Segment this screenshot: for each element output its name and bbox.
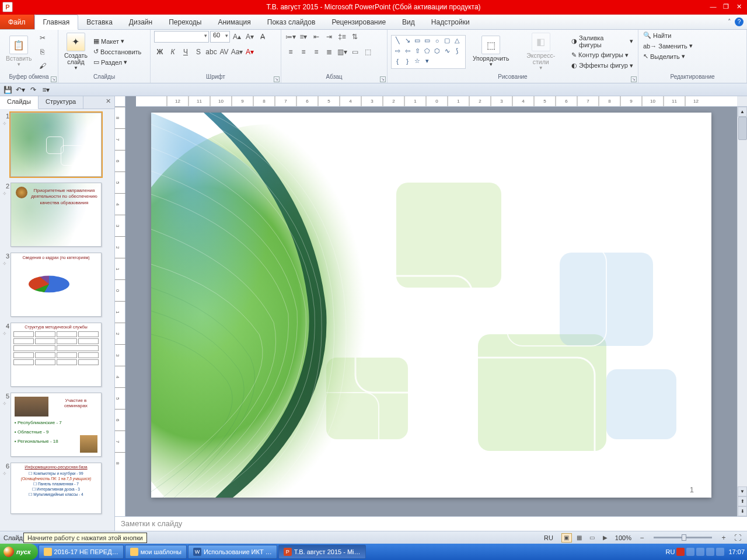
taskbar-item[interactable]: мои шаблоны	[125, 545, 187, 559]
thumbnail[interactable]: Информационно-ресурсная база ☐ Компьютер…	[11, 463, 102, 514]
outline-tab[interactable]: Структура	[39, 96, 83, 108]
font-size-combo[interactable]: 60	[210, 31, 230, 43]
section-button[interactable]: ▭ Раздел ▾	[92, 58, 142, 66]
select-button[interactable]: ↖ Выделить ▾	[642, 52, 686, 61]
close-button[interactable]: ✕	[734, 3, 743, 11]
arrow4-icon[interactable]: ⇧	[413, 47, 422, 55]
star-icon[interactable]: ☆	[413, 57, 422, 65]
indent-dec-button[interactable]: ⇤	[310, 31, 322, 43]
curve2-icon[interactable]: ⟆	[452, 47, 462, 55]
tab-design[interactable]: Дизайн	[121, 15, 160, 29]
find-button[interactable]: 🔍 Найти	[642, 31, 672, 40]
tray-icon[interactable]	[706, 548, 714, 556]
smartart-button[interactable]: ⬚	[362, 46, 374, 58]
new-slide-button[interactable]: ✦ Создать слайд ▼	[62, 32, 90, 72]
thumbnail[interactable]: Структура методической службы	[11, 323, 102, 387]
undo-button[interactable]: ↶▾	[15, 85, 26, 95]
slideshow-view-button[interactable]: ▶	[600, 533, 610, 542]
rect-icon[interactable]: ▭	[413, 37, 422, 45]
tab-insert[interactable]: Вставка	[78, 15, 121, 29]
slide[interactable]: 1	[151, 113, 711, 498]
zoom-handle[interactable]	[682, 534, 686, 541]
taskbar-item[interactable]: 2016-17 НЕ ПЕРЕД…	[39, 545, 124, 559]
slide-canvas[interactable]: 1	[125, 107, 737, 516]
tray-icon[interactable]	[686, 548, 694, 556]
numbering-button[interactable]: ≡▾	[298, 31, 309, 43]
tab-addins[interactable]: Надстройки	[423, 15, 478, 29]
scroll-thumb[interactable]	[738, 117, 747, 140]
dialog-launcher[interactable]: ↘	[631, 76, 637, 82]
penta-icon[interactable]: ⬠	[423, 47, 432, 55]
hex-icon[interactable]: ⬡	[432, 47, 442, 55]
shape-fill-button[interactable]: ◑ Заливка фигуры ▾	[570, 34, 634, 49]
save-button[interactable]: 💾	[2, 85, 13, 95]
reading-view-button[interactable]: ▭	[587, 533, 598, 542]
line-spacing-button[interactable]: ‡≡	[336, 31, 348, 43]
normal-view-button[interactable]: ▣	[561, 533, 572, 542]
grow-font-button[interactable]: A▴	[231, 31, 243, 43]
taskbar-item[interactable]: PТ.В. август 2015 - Mi…	[278, 545, 366, 559]
curve-icon[interactable]: ∿	[442, 47, 452, 55]
tray-clock[interactable]: 17:07	[728, 548, 745, 555]
help-icon[interactable]: ?	[735, 18, 743, 26]
taskbar-item[interactable]: WИспользование ИКТ …	[188, 545, 277, 559]
zoom-in-button[interactable]: +	[718, 532, 729, 544]
align-center-button[interactable]: ≡	[298, 46, 309, 58]
tray-icon[interactable]	[716, 548, 724, 556]
reset-button[interactable]: ↺ Восстановить	[92, 47, 142, 56]
paste-button[interactable]: 📋 Вставить ▼	[4, 34, 34, 68]
thumbnail[interactable]	[11, 113, 102, 177]
columns-button[interactable]: ▥▾	[336, 46, 348, 58]
clear-format-button[interactable]: A̶	[257, 31, 268, 43]
scroll-up-button[interactable]: ▲	[738, 107, 747, 117]
redo-button[interactable]: ↷	[28, 85, 39, 95]
dialog-launcher[interactable]: ↘	[274, 76, 280, 82]
sorter-view-button[interactable]: ▦	[574, 533, 585, 542]
zoom-slider[interactable]	[654, 537, 712, 538]
indent-inc-button[interactable]: ⇥	[323, 31, 335, 43]
arrow-icon[interactable]: ↘	[403, 37, 412, 45]
rect2-icon[interactable]: ▭	[423, 37, 432, 45]
tab-home[interactable]: Главная	[34, 15, 79, 30]
arrow2-icon[interactable]: ⇨	[393, 47, 402, 55]
shape-outline-button[interactable]: ✎ Контур фигуры ▾	[570, 51, 634, 60]
tab-review[interactable]: Рецензирование	[323, 15, 394, 29]
align-right-button[interactable]: ≡	[310, 46, 322, 58]
dialog-launcher[interactable]: ↘	[51, 76, 57, 82]
justify-button[interactable]: ≣	[323, 46, 335, 58]
slides-tab[interactable]: Слайды	[0, 96, 39, 109]
rrect-icon[interactable]: ▢	[442, 37, 452, 45]
file-tab[interactable]: Файл	[0, 15, 34, 29]
copy-button[interactable]: ⎘	[37, 46, 48, 58]
cut-button[interactable]: ✂	[37, 32, 48, 44]
prev-slide-button[interactable]: ⬆	[738, 496, 747, 506]
ribbon-min-icon[interactable]: ˄	[728, 18, 731, 26]
tray-icon[interactable]	[696, 548, 704, 556]
format-painter-button[interactable]: 🖌	[37, 60, 48, 72]
thumbnail[interactable]: Сведения о кадрах (по категориям)	[11, 253, 102, 317]
arrange-button[interactable]: ⬚ Упорядочить▼	[470, 34, 511, 68]
qat-more-button[interactable]: ≡▾	[41, 85, 51, 95]
more-shapes-icon[interactable]: ▾	[423, 57, 432, 65]
thumbnail[interactable]: Приоритетные направления деятельности по…	[11, 183, 102, 247]
underline-button[interactable]: Ч	[180, 46, 191, 58]
scroll-down-button[interactable]: ▼	[738, 487, 747, 496]
fit-button[interactable]: ⛶	[732, 532, 743, 544]
quick-styles-button[interactable]: ◧ Экспресс-стили▼	[516, 32, 566, 72]
line-icon[interactable]: ╲	[393, 37, 402, 45]
shape-effects-button[interactable]: ◐ Эффекты фигур ▾	[570, 61, 634, 70]
arrow3-icon[interactable]: ⇦	[403, 47, 412, 55]
vertical-scrollbar[interactable]: ▲ ▼ ⬆ ⬇	[737, 107, 747, 516]
lang-indicator[interactable]: RU	[544, 534, 553, 541]
bold-button[interactable]: Ж	[154, 46, 166, 58]
strike-button[interactable]: S	[193, 46, 204, 58]
shadow-button[interactable]: abc	[205, 46, 217, 58]
tri-icon[interactable]: △	[452, 37, 462, 45]
zoom-out-button[interactable]: −	[636, 532, 648, 544]
tray-lang[interactable]: RU	[666, 548, 675, 555]
shrink-font-button[interactable]: A▾	[244, 31, 256, 43]
bullets-button[interactable]: ≔▾	[285, 31, 296, 43]
align-text-button[interactable]: ▭	[349, 46, 361, 58]
italic-button[interactable]: К	[167, 46, 179, 58]
tab-view[interactable]: Вид	[394, 15, 423, 29]
